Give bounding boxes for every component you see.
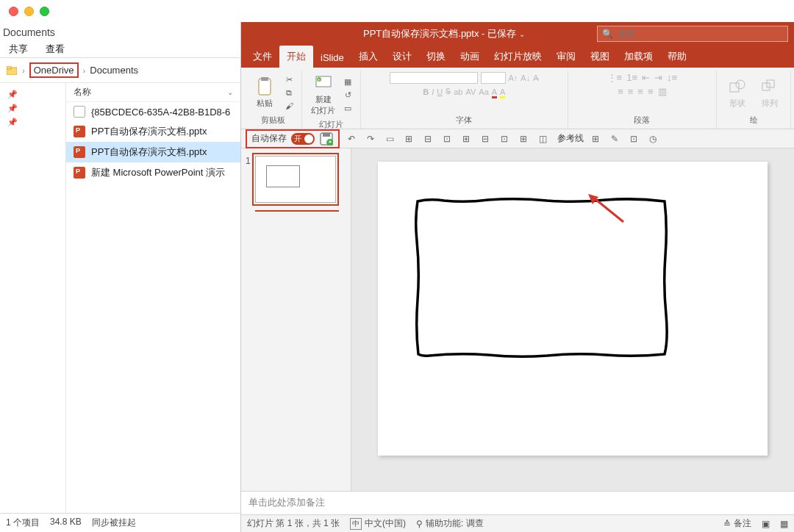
- copy-icon[interactable]: ⧉: [282, 87, 296, 98]
- pin-icon[interactable]: 📌: [0, 87, 65, 101]
- qat-icon[interactable]: ⊡: [626, 132, 641, 146]
- align-center-icon[interactable]: ≡: [628, 86, 634, 97]
- font-family-select[interactable]: [390, 72, 478, 84]
- tab-home[interactable]: 开始: [279, 46, 313, 68]
- group-slides: + 新建 幻灯片 ▦ ↺ ▭ 幻灯片: [302, 71, 361, 129]
- qat-icon[interactable]: ◷: [645, 132, 660, 146]
- minimize-icon[interactable]: [24, 7, 34, 16]
- arrange-button[interactable]: 排列: [755, 76, 784, 110]
- breadcrumb-documents[interactable]: Documents: [90, 65, 138, 76]
- tab-insert[interactable]: 插入: [351, 46, 385, 68]
- slideshow-icon[interactable]: ▭: [382, 132, 397, 146]
- align-left-icon[interactable]: ≡: [618, 86, 623, 97]
- qat-icon[interactable]: ⊡: [497, 132, 512, 146]
- tab-view[interactable]: 视图: [583, 46, 617, 68]
- paste-button[interactable]: 粘贴: [250, 76, 279, 110]
- chevron-down-icon[interactable]: ⌄: [519, 30, 525, 38]
- tab-slideshow[interactable]: 幻灯片放映: [487, 46, 549, 68]
- justify-icon[interactable]: ≡: [648, 86, 654, 97]
- redo-icon[interactable]: ↷: [363, 132, 378, 146]
- tab-islide[interactable]: iSlide: [313, 48, 351, 68]
- shapes-icon: [728, 77, 747, 96]
- tab-addins[interactable]: 加载项: [617, 46, 660, 68]
- tab-animations[interactable]: 动画: [453, 46, 487, 68]
- align-right-icon[interactable]: ≡: [637, 86, 643, 97]
- notes-pane[interactable]: 单击此处添加备注: [241, 491, 794, 514]
- autosave-toggle[interactable]: 开: [291, 133, 315, 145]
- slide-thumbnail[interactable]: [255, 156, 336, 203]
- tab-design[interactable]: 设计: [385, 46, 419, 68]
- spacing-icon[interactable]: AV: [465, 87, 476, 96]
- underline-icon[interactable]: U: [437, 87, 443, 96]
- columns-icon[interactable]: ▥: [658, 86, 667, 97]
- language-badge-icon: 中: [350, 518, 362, 530]
- reset-icon[interactable]: ↺: [341, 89, 354, 101]
- increase-font-icon[interactable]: A↑: [509, 73, 518, 82]
- qat-icon[interactable]: ⊞: [588, 132, 603, 146]
- tab-file[interactable]: 文件: [246, 46, 279, 68]
- list-item[interactable]: 新建 Microsoft PowerPoint 演示: [66, 162, 240, 183]
- bullets-icon[interactable]: ⋮≡: [607, 72, 623, 83]
- qat-icon[interactable]: ✎: [607, 132, 622, 146]
- tab-transitions[interactable]: 切换: [419, 46, 453, 68]
- clear-format-icon[interactable]: A̶: [533, 73, 539, 83]
- bold-icon[interactable]: B: [423, 87, 429, 96]
- list-item[interactable]: PPT自动保存演示文档.pptx: [66, 142, 240, 162]
- font-color-icon[interactable]: A: [492, 87, 497, 96]
- line-spacing-icon[interactable]: ↕≡: [667, 72, 677, 83]
- qat-icon[interactable]: ⊞: [401, 132, 416, 146]
- shadow-icon[interactable]: ab: [454, 87, 462, 96]
- slide-canvas[interactable]: [351, 148, 794, 491]
- highlight-icon[interactable]: A: [500, 87, 505, 96]
- pin-icon[interactable]: 📌: [0, 115, 65, 129]
- status-slide-count: 幻灯片 第 1 张，共 1 张: [247, 517, 340, 530]
- undo-icon[interactable]: ↶: [344, 132, 359, 146]
- strikethrough-icon[interactable]: S̶: [446, 87, 451, 96]
- case-icon[interactable]: Aa: [479, 87, 488, 96]
- tab-help[interactable]: 帮助: [660, 46, 694, 68]
- qat-icon[interactable]: ⊞: [459, 132, 473, 146]
- shapes-label: 形状: [729, 98, 745, 109]
- status-accessibility[interactable]: ⚲ 辅助功能: 调查: [416, 517, 484, 530]
- save-icon[interactable]: [319, 132, 334, 146]
- qat-icon[interactable]: ⊟: [478, 132, 493, 146]
- shapes-button[interactable]: 形状: [723, 76, 752, 110]
- new-slide-button[interactable]: + 新建 幻灯片: [308, 72, 338, 118]
- accessibility-icon: ⚲: [416, 519, 423, 529]
- decrease-font-icon[interactable]: A↓: [521, 73, 530, 82]
- guides-label[interactable]: 参考线: [557, 132, 584, 145]
- numbering-icon[interactable]: 1≡: [626, 72, 637, 83]
- list-item[interactable]: PPT自动保存演示文档.pptx: [66, 121, 240, 142]
- section-icon[interactable]: ▭: [341, 102, 354, 114]
- search-input[interactable]: [618, 29, 783, 39]
- notes-button[interactable]: ≙ 备注: [723, 517, 751, 530]
- maximize-icon[interactable]: [40, 7, 49, 16]
- layout-icon[interactable]: ▦: [341, 76, 354, 87]
- column-header-name[interactable]: 名称 ⌄: [66, 83, 240, 102]
- tab-review[interactable]: 审阅: [549, 46, 583, 68]
- qat-icon[interactable]: ⊞: [516, 132, 531, 146]
- close-icon[interactable]: [9, 7, 18, 16]
- qat-icon[interactable]: ⊟: [421, 132, 435, 146]
- pin-icon[interactable]: 📌: [0, 101, 65, 115]
- slide[interactable]: [378, 162, 768, 456]
- qat-icon[interactable]: ◫: [535, 132, 550, 146]
- view-sorter-icon[interactable]: ▦: [780, 519, 788, 529]
- cut-icon[interactable]: ✂: [282, 73, 296, 85]
- view-normal-icon[interactable]: ▣: [762, 519, 770, 529]
- chevron-down-icon: ⌄: [227, 88, 233, 96]
- status-language[interactable]: 中 中文(中国): [350, 517, 406, 530]
- format-painter-icon[interactable]: 🖌: [282, 100, 296, 112]
- font-size-select[interactable]: [481, 72, 506, 84]
- svg-rect-9: [762, 83, 770, 90]
- qat-icon[interactable]: ⊡: [440, 132, 454, 146]
- indent-left-icon[interactable]: ⇤: [642, 72, 650, 83]
- group-label: 段落: [634, 113, 650, 127]
- breadcrumb-onedrive[interactable]: OneDrive: [29, 62, 79, 78]
- tab-share[interactable]: 共享: [9, 43, 28, 56]
- search-box[interactable]: 🔍: [597, 26, 788, 42]
- tab-view[interactable]: 查看: [46, 43, 65, 56]
- italic-icon[interactable]: I: [432, 87, 434, 96]
- list-item[interactable]: {85BCDEC6-635A-42B8-B1D8-6: [66, 102, 240, 121]
- indent-right-icon[interactable]: ⇥: [654, 72, 662, 83]
